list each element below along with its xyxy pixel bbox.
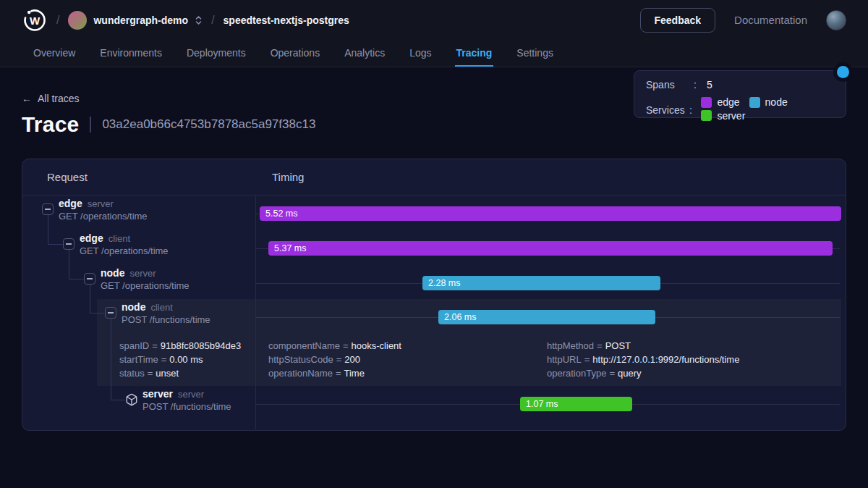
span-service: node: [122, 301, 145, 313]
detail-equals: =: [149, 340, 161, 351]
detail-equals: =: [158, 354, 170, 365]
detail-key: componentName: [268, 340, 340, 351]
tab-settings[interactable]: Settings: [515, 40, 555, 67]
back-arrow-icon: ←: [22, 93, 32, 104]
detail-attribute: spanID=91b8fc8085b94de3: [119, 339, 241, 353]
detail-equals: =: [340, 340, 352, 351]
timing-bar-node-server[interactable]: 2.28 ms: [422, 276, 660, 290]
detail-value: 0.00 ms: [169, 354, 203, 365]
feedback-button[interactable]: Feedback: [640, 8, 716, 33]
detail-value: http://127.0.0.1:9992/functions/time: [592, 354, 739, 365]
detail-attribute: httpMethod=POST: [547, 339, 739, 353]
collapse-toggle[interactable]: [105, 307, 116, 319]
timing-column-header: Timing: [272, 159, 304, 195]
span-operation: GET /operations/time: [80, 245, 169, 256]
span-row-node-client[interactable]: nodeclientPOST /functions/time: [22, 299, 255, 334]
span-kind: server: [88, 198, 114, 209]
detail-key: operationName: [268, 368, 333, 379]
span-kind: server: [129, 268, 156, 279]
detail-equals: =: [333, 368, 344, 379]
span-row-node-server[interactable]: nodeserverGET /operations/time: [22, 265, 255, 299]
services-label: Services: [646, 104, 689, 116]
tab-tracing[interactable]: Tracing: [455, 40, 494, 67]
detail-attribute: httpURL=http://127.0.0.1:9992/functions/…: [547, 353, 739, 366]
timing-bar-node-client[interactable]: 2.06 ms: [438, 310, 655, 324]
timing-bar-edge-server[interactable]: 5.52 ms: [260, 206, 841, 221]
detail-key: spanID: [119, 340, 149, 351]
tab-deployments[interactable]: Deployments: [185, 40, 247, 67]
top-header: W / wundergraph-demo / speedtest-nextjs-…: [0, 0, 868, 40]
collapse-toggle[interactable]: [42, 203, 54, 215]
detail-value: query: [618, 368, 642, 379]
tab-logs[interactable]: Logs: [408, 40, 433, 67]
legend-service-name: edge: [717, 96, 739, 108]
detail-value: 91b8fc8085b94de3: [161, 340, 241, 351]
span-service-line: serverserver: [142, 388, 204, 400]
user-avatar[interactable]: [826, 10, 846, 30]
svg-text:W: W: [30, 14, 41, 26]
collapse-toggle[interactable]: [63, 238, 75, 250]
spans-label: Spans: [646, 79, 694, 91]
collapse-toggle[interactable]: [84, 273, 95, 285]
detail-equals: =: [333, 354, 345, 365]
detail-value: Time: [344, 368, 364, 379]
live-indicator-dot: [837, 66, 849, 78]
legend-service-node: node: [749, 96, 788, 108]
timing-bar-edge-client[interactable]: 5.37 ms: [268, 241, 833, 256]
detail-value: 200: [344, 354, 360, 365]
span-service: node: [101, 267, 124, 279]
detail-equals: =: [582, 354, 593, 365]
span-kind: client: [150, 302, 172, 313]
detail-attribute: startTime=0.00 ms: [119, 353, 241, 366]
tab-analytics[interactable]: Analytics: [343, 40, 386, 67]
back-link[interactable]: ← All traces: [22, 93, 80, 104]
legend-service-name: node: [765, 96, 788, 108]
trace-id: 03a2ea0b66c4753b7878ac5a97f38c13: [90, 117, 315, 132]
legend-service-server: server: [701, 110, 745, 122]
span-details-column: spanID=91b8fc8085b94de3startTime=0.00 ms…: [119, 339, 241, 380]
bar-duration-label: 2.28 ms: [428, 278, 460, 288]
span-row-edge-server[interactable]: edgeserverGET /operations/time: [22, 195, 255, 230]
detail-key: status: [119, 368, 145, 379]
documentation-link[interactable]: Documentation: [734, 14, 807, 26]
tab-overview[interactable]: Overview: [32, 40, 77, 67]
span-kind: client: [109, 233, 130, 244]
column-divider: [255, 195, 256, 429]
span-row-server-server[interactable]: serverserverPOST /functions/time: [22, 386, 255, 421]
span-service-line: edgeclient: [80, 232, 130, 244]
trace-summary: Spans : 5 Services : edgenodeserver: [634, 70, 846, 118]
panel-header: Request Timing: [22, 159, 846, 195]
nav-tabs: OverviewEnvironmentsDeploymentsOperation…: [0, 40, 868, 67]
org-selector[interactable]: wundergraph-demo: [68, 11, 203, 30]
services-legend: edgenodeserver: [701, 96, 837, 123]
span-service-line: nodeserver: [101, 267, 156, 279]
detail-equals: =: [594, 340, 605, 351]
org-avatar: [68, 11, 87, 30]
colon: :: [689, 104, 701, 116]
trace-panel: Request Timing edgeserverGET /operations…: [22, 159, 846, 431]
breadcrumb-separator: /: [211, 14, 214, 27]
legend-swatch-server: [701, 110, 712, 121]
detail-key: operationType: [547, 368, 606, 379]
detail-key: httpURL: [547, 354, 582, 365]
colon: :: [694, 79, 707, 91]
span-kind: server: [178, 389, 204, 400]
detail-key: startTime: [119, 354, 158, 365]
page-title: Trace: [22, 112, 79, 137]
timing-bar-server-server[interactable]: 1.07 ms: [520, 397, 632, 411]
span-details-column: componentName=hooks-clienthttpStatusCode…: [268, 339, 401, 380]
span-service: edge: [59, 198, 82, 209]
detail-value: unset: [156, 368, 179, 379]
span-row-edge-client[interactable]: edgeclientGET /operations/time: [22, 230, 255, 265]
detail-key: httpStatusCode: [268, 354, 333, 365]
span-service-line: edgeserver: [59, 198, 114, 209]
tab-environments[interactable]: Environments: [98, 40, 163, 67]
span-details-column: httpMethod=POSThttpURL=http://127.0.0.1:…: [547, 339, 739, 380]
tab-operations[interactable]: Operations: [269, 40, 321, 67]
legend-service-edge: edge: [701, 96, 739, 108]
detail-attribute: status=unset: [119, 366, 241, 380]
detail-equals: =: [606, 368, 618, 379]
detail-value: hooks-client: [352, 340, 401, 351]
org-name: wundergraph-demo: [93, 14, 188, 26]
legend-service-name: server: [717, 110, 745, 122]
